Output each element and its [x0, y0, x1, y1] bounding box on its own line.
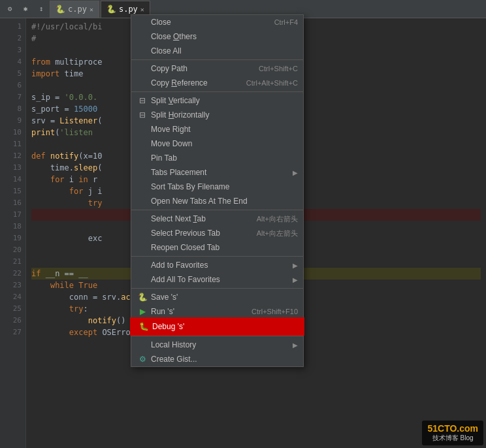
run-icon: ▶: [137, 307, 148, 316]
menu-label-run: Run 's': [151, 307, 238, 316]
menu-label-debug: Debug 's': [152, 322, 297, 331]
menu-label-add-fav: Add to Favorites: [151, 261, 293, 270]
menu-item-reopen-closed[interactable]: Reopen Closed Tab: [131, 240, 303, 255]
menu-shortcut-next-tab: Alt+向右箭头: [257, 214, 298, 224]
menu-item-pin-tab[interactable]: Pin Tab: [131, 151, 303, 165]
menu-item-move-right[interactable]: Move Right: [131, 122, 303, 136]
tab-spy-icon: 🐍: [106, 5, 116, 14]
menu-label-sort-tabs: Sort Tabs By Filename: [151, 182, 298, 191]
menu-shortcut-copy-path: Ctrl+Shift+C: [259, 65, 298, 72]
menu-item-close[interactable]: Close Ctrl+F4: [131, 15, 303, 29]
menu-label-reopen: Reopen Closed Tab: [151, 243, 298, 252]
menu-item-open-new-tabs[interactable]: Open New Tabs At The End: [131, 194, 303, 208]
debug-icon: 🐛: [138, 322, 150, 331]
build-icon[interactable]: ✱: [18, 2, 33, 16]
watermark-url: 51CTO.com: [427, 423, 478, 434]
tab-spy-label: s.py: [119, 5, 138, 14]
tabs-placement-arrow: ▶: [293, 169, 298, 176]
menu-label-select-next: Select Next Tab: [151, 214, 244, 223]
menu-label-tabs-placement: Tabs Placement: [151, 168, 293, 177]
menu-item-select-next-tab[interactable]: Select Next Tab Alt+向右箭头: [131, 212, 303, 226]
menu-shortcut-run: Ctrl+Shift+F10: [251, 308, 298, 315]
menu-item-select-prev-tab[interactable]: Select Previous Tab Alt+向左箭头: [131, 226, 303, 240]
add-all-fav-arrow: ▶: [293, 276, 298, 283]
menu-shortcut-close: Ctrl+F4: [274, 18, 298, 26]
split-vert-icon: ⊟: [137, 96, 148, 105]
menu-item-create-gist[interactable]: ⚙ Create Gist...: [131, 352, 303, 366]
editor-area: ⚙ ✱ ↕ 🐍 c.py ✕ 🐍 s.py ✕ 12345 678910 111…: [0, 0, 486, 448]
menu-item-split-horizontally[interactable]: ⊟ Split Horizontally: [131, 108, 303, 122]
watermark-sub: 技术博客 Blog: [427, 434, 478, 443]
menu-item-add-favorites[interactable]: Add to Favorites ▶: [131, 258, 303, 272]
menu-label-move-right: Move Right: [151, 125, 298, 134]
menu-label-create-gist: Create Gist...: [151, 355, 298, 364]
menu-label-split-horiz: Split Horizontally: [151, 110, 298, 120]
menu-item-save[interactable]: 🐍 Save 's': [131, 290, 303, 304]
split-horiz-icon: ⊟: [137, 110, 148, 120]
tab-cpy-label: c.py: [68, 5, 87, 14]
split-icon[interactable]: ↕: [34, 2, 48, 16]
menu-item-close-others[interactable]: Close Others: [131, 29, 303, 44]
save-icon: 🐍: [137, 293, 148, 302]
menu-label-pin: Pin Tab: [151, 153, 298, 163]
tab-cpy-close[interactable]: ✕: [89, 6, 93, 13]
menu-item-copy-path[interactable]: Copy Path Ctrl+Shift+C: [131, 61, 303, 76]
line-numbers: 12345 678910 1112131415 1617181920 21222…: [0, 18, 26, 448]
menu-item-debug[interactable]: 🐛 Debug 's': [131, 319, 303, 334]
menu-item-copy-reference[interactable]: Copy Reference Ctrl+Alt+Shift+C: [131, 76, 303, 90]
menu-shortcut-copy-ref: Ctrl+Alt+Shift+C: [246, 79, 298, 87]
menu-item-close-all[interactable]: Close All: [131, 44, 303, 58]
menu-label-close-others: Close Others: [151, 32, 298, 41]
gist-icon: ⚙: [137, 355, 148, 364]
menu-item-sort-tabs[interactable]: Sort Tabs By Filename: [131, 180, 303, 194]
settings-icon[interactable]: ⚙: [3, 2, 17, 16]
menu-item-local-history[interactable]: Local History ▶: [131, 338, 303, 352]
menu-item-split-vertically[interactable]: ⊟ Split Vertically: [131, 93, 303, 108]
menu-label-close-all: Close All: [151, 46, 298, 56]
menu-label-move-down: Move Down: [151, 139, 298, 148]
tab-spy-close[interactable]: ✕: [140, 6, 144, 13]
menu-shortcut-prev-tab: Alt+向左箭头: [257, 229, 298, 238]
menu-label-copy-reference: Copy Reference: [151, 78, 233, 88]
menu-label-local-history: Local History: [151, 340, 293, 349]
menu-item-move-down[interactable]: Move Down: [131, 136, 303, 151]
menu-item-run[interactable]: ▶ Run 's' Ctrl+Shift+F10: [131, 304, 303, 319]
watermark: 51CTO.com 技术博客 Blog: [422, 421, 483, 445]
tab-cpy[interactable]: 🐍 c.py ✕: [50, 1, 99, 18]
menu-item-add-all-favorites[interactable]: Add All To Favorites ▶: [131, 272, 303, 287]
menu-label-save: Save 's': [151, 293, 298, 302]
menu-item-tabs-placement[interactable]: Tabs Placement ▶: [131, 165, 303, 180]
add-fav-arrow: ▶: [293, 262, 298, 269]
context-menu: Close Ctrl+F4 Close Others Close All Cop…: [131, 14, 304, 367]
menu-label-add-all-fav: Add All To Favorites: [151, 275, 293, 284]
menu-label-open-new-tabs: Open New Tabs At The End: [151, 197, 298, 206]
menu-label-select-prev: Select Previous Tab: [151, 229, 244, 238]
menu-label-copy-path: Copy Path: [151, 64, 246, 73]
tab-cpy-icon: 🐍: [56, 5, 65, 14]
menu-label-split-vert: Split Vertically: [151, 96, 298, 105]
history-arrow: ▶: [293, 342, 298, 349]
menu-label-close: Close: [151, 18, 261, 27]
